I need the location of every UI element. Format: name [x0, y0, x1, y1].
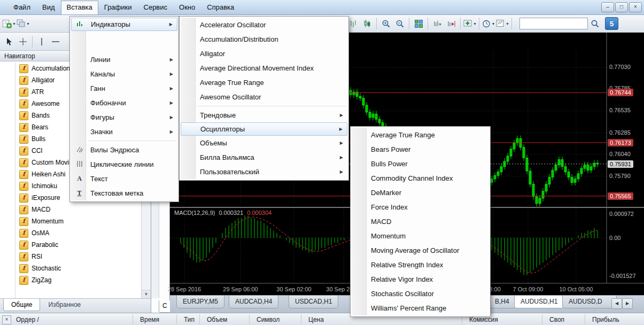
menu-item-insert-2[interactable]: Линии▶ — [71, 52, 177, 67]
menu-item-insert-10[interactable]: Циклические линии — [71, 157, 177, 172]
menu-item-oscillators-9[interactable]: Relative Strength Index — [352, 258, 489, 272]
crosshair-button[interactable] — [16, 35, 30, 48]
menu-item-label: DeMarker — [371, 189, 401, 197]
menu-item-insert-0[interactable]: Индикаторы▶ — [71, 18, 177, 31]
menu-item-indicators-0[interactable]: Accelerator Oscillator — [181, 18, 347, 32]
auto-scroll-button[interactable] — [430, 17, 444, 30]
menu-item-insert-4[interactable]: Ганн▶ — [71, 81, 177, 96]
indicator-file-icon: f — [19, 217, 28, 226]
menu-item-oscillators-6[interactable]: MACD — [352, 214, 489, 229]
terminal-column-1[interactable]: Время — [140, 316, 159, 323]
restore-button[interactable]: □ — [615, 2, 628, 12]
new-chart-button[interactable]: ▼ — [2, 17, 16, 30]
menu-item-oscillators-1[interactable]: Bears Power — [352, 142, 489, 157]
menu-item-indicators-5[interactable]: Awesome Oscillator — [181, 90, 347, 104]
terminal-column-6[interactable]: Комиссия — [469, 316, 498, 323]
cursor-button[interactable] — [2, 35, 16, 48]
menu-item-oscillators-10[interactable]: Relative Vigor Index — [352, 272, 489, 287]
menu-item-insert-7[interactable]: Значки▶ — [71, 125, 177, 139]
zoom-out-button[interactable] — [393, 17, 407, 30]
close-button[interactable]: × — [629, 2, 642, 12]
terminal-column-7[interactable]: Своп — [549, 316, 564, 323]
navigator-item-13[interactable]: fMomentum — [0, 215, 142, 227]
menu-item-indicators-9[interactable]: Объемы▶ — [181, 136, 347, 150]
toolbar-separator — [460, 18, 461, 29]
tab-scroll-left-button[interactable]: ◀ — [611, 298, 622, 309]
menu-item-insert-3[interactable]: Каналы▶ — [71, 67, 177, 81]
menubar-item-0[interactable]: Файл — [7, 1, 36, 14]
mql5-community-button[interactable]: 5 — [605, 17, 618, 30]
menubar-item-6[interactable]: Справка — [201, 1, 240, 14]
chart-tab-audcad-h4[interactable]: AUDCAD,H4 — [229, 296, 278, 308]
menu-item-oscillators-5[interactable]: Force Index — [352, 200, 489, 214]
terminal-column-5[interactable]: Цена — [308, 316, 324, 323]
menubar-item-1[interactable]: Вид — [36, 1, 61, 14]
menu-item-indicators-3[interactable]: Average Directional Movement Index — [181, 61, 347, 75]
scroll-down-icon[interactable]: ▼ — [142, 290, 151, 298]
navigator-item-17[interactable]: fStochastic — [0, 262, 142, 274]
profiles-button[interactable]: ▼ — [16, 17, 30, 30]
chart-tab-b-h4[interactable]: B,H4 — [488, 296, 516, 308]
timeframes-button[interactable]: ▼ — [482, 17, 495, 30]
menu-item-indicators-10[interactable]: Билла Вильямса▶ — [181, 150, 347, 165]
minimize-button[interactable]: – — [601, 2, 614, 12]
navigator-item-15[interactable]: fParabolic — [0, 239, 142, 251]
navigator-item-label: Parabolic — [32, 241, 58, 249]
menu-item-insert-6[interactable]: Фигуры▶ — [71, 110, 177, 125]
navigator-tab-1[interactable]: Избранное — [40, 299, 89, 311]
chart-tab-usdcad-h1[interactable]: USDCAD,H1 — [289, 296, 338, 308]
indicator-file-icon: f — [19, 241, 28, 250]
menu-item-oscillators-0[interactable]: Average True Range — [352, 128, 489, 142]
chart-tab-eurjpy-m5[interactable]: EURJPY,M5 — [176, 296, 224, 308]
vertical-line-button[interactable] — [35, 35, 49, 48]
navigator-tab-0[interactable]: Общие — [3, 299, 40, 311]
menu-item-oscillators-8[interactable]: Moving Average of Oscillator — [352, 243, 489, 258]
menu-item-oscillators-3[interactable]: Commodity Channel Index — [352, 171, 489, 185]
menu-item-indicators-11[interactable]: Пользовательский▶ — [181, 165, 347, 179]
indicator-file-icon: f — [19, 158, 28, 167]
navigator-item-16[interactable]: fRSI — [0, 251, 142, 262]
menu-item-indicators-2[interactable]: Alligator — [181, 47, 347, 61]
chart-tab-audusd-h1[interactable]: AUDUSD,H1 — [514, 296, 564, 308]
terminal-column-3[interactable]: Объем — [207, 316, 227, 323]
menubar-item-4[interactable]: Сервис — [138, 1, 174, 14]
menu-item-insert-5[interactable]: Фибоначчи▶ — [71, 96, 177, 110]
terminal-column-8[interactable]: Прибыль — [592, 316, 619, 323]
menubar-item-2[interactable]: Вставка — [61, 1, 98, 14]
menu-item-oscillators-11[interactable]: Stochastic Oscillator — [352, 287, 489, 301]
new-order-button[interactable]: ▼ — [463, 17, 477, 30]
menu-item-oscillators-4[interactable]: DeMarker — [352, 185, 489, 200]
menu-item-insert-9[interactable]: Вилы Эндрюса — [71, 143, 177, 157]
menu-item-indicators-8[interactable]: Осцилляторы▶ — [181, 122, 347, 136]
chart-tab-audusd-d[interactable]: AUDUSD,D — [562, 296, 617, 308]
zoom-in-button[interactable] — [379, 17, 393, 30]
arrange-windows-button[interactable] — [412, 17, 425, 30]
menu-item-oscillators-7[interactable]: Momentum — [352, 229, 489, 243]
terminal-column-4[interactable]: Символ — [257, 316, 280, 323]
menu-item-insert-11[interactable]: AТекст — [71, 172, 177, 186]
menubar-item-5[interactable]: Окно — [173, 1, 201, 14]
tab-scroll-right-button[interactable]: ▶ — [622, 298, 633, 309]
menu-item-label: Индикаторы — [91, 20, 130, 28]
search-button[interactable] — [588, 17, 602, 30]
menu-item-oscillators-2[interactable]: Bulls Power — [352, 157, 489, 171]
indicator-file-icon: f — [19, 182, 28, 191]
menu-indicators-icon — [75, 21, 85, 28]
navigator-item-12[interactable]: fMACD — [0, 204, 142, 215]
navigator-item-18[interactable]: fZigZag — [0, 274, 142, 286]
chart-shift-button[interactable] — [444, 17, 458, 30]
terminal-column-2[interactable]: Тип — [184, 316, 195, 323]
templates-button[interactable]: ▼ — [495, 17, 509, 30]
menu-item-oscillators-12[interactable]: Williams' Percent Range — [352, 301, 489, 315]
menu-item-indicators-7[interactable]: Трендовые▶ — [181, 108, 347, 122]
candle-chart-type-button[interactable] — [360, 17, 374, 30]
search-input[interactable] — [519, 18, 588, 29]
menu-item-insert-12[interactable]: TТекстовая метка — [71, 186, 177, 200]
menubar-item-3[interactable]: Графики — [98, 1, 138, 14]
navigator-item-14[interactable]: fOsMA — [0, 227, 142, 239]
horizontal-line-button[interactable] — [49, 35, 63, 48]
terminal-column-0[interactable]: Ордер / — [16, 316, 39, 323]
close-terminal-button[interactable]: × — [2, 315, 11, 324]
menu-item-indicators-4[interactable]: Average True Range — [181, 75, 347, 90]
menu-item-indicators-1[interactable]: Accumulation/Distribution — [181, 32, 347, 47]
